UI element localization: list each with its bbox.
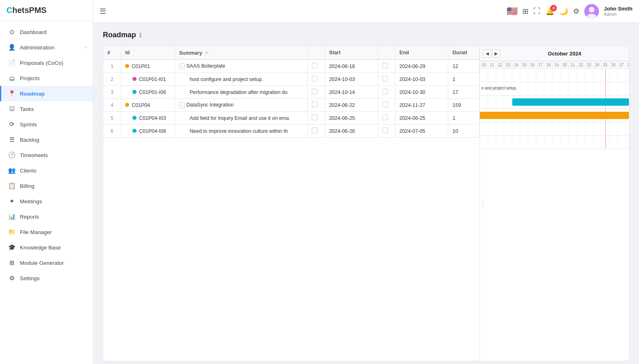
end-checkbox[interactable] xyxy=(382,128,388,133)
add-column-button[interactable]: + xyxy=(204,49,210,56)
end-checkbox[interactable] xyxy=(382,89,388,94)
end-checkbox[interactable] xyxy=(382,76,388,81)
sidebar-item-filemanager[interactable]: 📁 File Manager xyxy=(0,224,93,240)
end-checkbox[interactable] xyxy=(382,63,388,68)
row-end-check xyxy=(378,86,395,99)
table-row[interactable]: 1 C01P01 -SAAS Boilerplate 2024-06-18 20… xyxy=(103,60,479,73)
sidebar-item-timesheets[interactable]: 🕐 Timesheets xyxy=(0,147,93,163)
row-duration: 1 xyxy=(448,73,479,86)
start-checkbox[interactable] xyxy=(312,102,317,107)
sidebar-icon-billing: 📋 xyxy=(8,182,16,190)
end-checkbox[interactable] xyxy=(382,115,388,120)
user-info: John Smith Admin xyxy=(604,6,633,17)
gantt-day: 16 xyxy=(528,62,537,68)
fullscreen-icon[interactable]: ⛶ xyxy=(533,7,541,15)
row-id: C01P01-I06 xyxy=(121,86,175,99)
end-checkbox[interactable] xyxy=(382,102,388,107)
sidebar-item-dashboard[interactable]: ⊙ Dashboard xyxy=(0,24,93,40)
row-start-check xyxy=(308,112,325,125)
sidebar-icon-dashboard: ⊙ xyxy=(8,28,16,36)
table-row[interactable]: 4 C01P04 -DataSync Integration 2024-06-2… xyxy=(103,99,479,112)
sidebar-icon-tasks: ☑ xyxy=(8,105,16,113)
row-duration: 159 xyxy=(448,99,479,112)
sidebar-item-tasks[interactable]: ☑ Tasks xyxy=(0,101,93,117)
start-checkbox[interactable] xyxy=(312,76,317,81)
sidebar-item-backlog[interactable]: ☰ Backlog xyxy=(0,132,93,147)
col-end-add xyxy=(378,46,395,60)
sidebar-item-roadmap[interactable]: 📍 Roadmap xyxy=(0,86,93,101)
sidebar-item-projects[interactable]: 🗂 Projects xyxy=(0,70,93,86)
sidebar-item-billing[interactable]: 📋 Billing xyxy=(0,178,93,194)
sidebar-item-settings[interactable]: ⚙ Settings xyxy=(0,270,93,286)
sidebar-label-projects: Projects xyxy=(20,75,40,81)
sidebar-label-knowledgebase: Knowledge Base xyxy=(20,245,61,251)
col-start: Start xyxy=(325,46,378,60)
sidebar-item-modulegenerator[interactable]: ⊞ Module Generator xyxy=(0,255,93,270)
gantt-day: 14 xyxy=(512,62,520,68)
language-flag[interactable]: 🇺🇸 xyxy=(507,6,518,17)
start-checkbox[interactable] xyxy=(312,63,317,68)
status-dot xyxy=(125,64,129,68)
sidebar-item-sprints[interactable]: ⟳ Sprints xyxy=(0,117,93,132)
table-row[interactable]: 2 C01P01-I01 host configure and project … xyxy=(103,73,479,86)
sidebar-item-knowledgebase[interactable]: 🎓 Knowledge Base xyxy=(0,240,93,255)
dark-mode-icon[interactable]: 🌙 xyxy=(559,7,568,16)
table-row[interactable]: 6 C01P04-I08 Need to improve innovation … xyxy=(103,125,479,138)
row-id: C01P04-I08 xyxy=(121,125,175,138)
row-num: 3 xyxy=(103,86,121,99)
status-dot xyxy=(132,90,136,94)
page-info-icon[interactable]: ℹ xyxy=(139,32,141,38)
sidebar-icon-meetings: ✦ xyxy=(8,197,16,205)
gantt-month-label: October 2024 xyxy=(503,51,626,57)
gantt-day: 10 xyxy=(480,62,488,68)
sidebar-item-proposals[interactable]: 📄 Proposals (CoCo) xyxy=(0,55,93,70)
menu-toggle-icon[interactable]: ☰ xyxy=(100,7,106,16)
row-start: 2024-10-14 xyxy=(325,86,378,99)
gantt-day: 25 xyxy=(601,62,609,68)
col-duration: Durati xyxy=(448,46,479,60)
logo-text: ChetsPMS xyxy=(6,6,47,15)
table-row[interactable]: 5 C01P04-I03 Add field for Inquiry Email… xyxy=(103,112,479,125)
user-role: Admin xyxy=(604,12,633,17)
row-num: 2 xyxy=(103,73,121,86)
expand-icon[interactable]: - xyxy=(179,64,185,69)
sidebar: ChetsPMS ⊙ Dashboard 👤 Administration › … xyxy=(0,0,93,364)
status-dot xyxy=(132,116,136,120)
gantt-day: 24 xyxy=(593,62,601,68)
row-summary: -DataSync Integration xyxy=(175,99,308,112)
gantt-day: 19 xyxy=(553,62,561,68)
row-summary: Need to improve innovation culture withi… xyxy=(175,125,308,138)
row-summary: Add field for Inquiry Email and use it o… xyxy=(175,112,308,125)
sidebar-item-clients[interactable]: 👥 Clients xyxy=(0,163,93,178)
gantt-next-button[interactable]: ▶ xyxy=(492,49,500,57)
table-row[interactable]: 3 C01P01-I06 Performance degradation aft… xyxy=(103,86,479,99)
row-start-check xyxy=(308,125,325,138)
avatar[interactable] xyxy=(584,4,599,19)
sidebar-nav: ⊙ Dashboard 👤 Administration › 📄 Proposa… xyxy=(0,21,93,364)
start-checkbox[interactable] xyxy=(312,128,317,133)
start-checkbox[interactable] xyxy=(312,115,317,120)
apps-icon[interactable]: ⊞ xyxy=(522,7,528,16)
sidebar-icon-knowledgebase: 🎓 xyxy=(8,243,16,251)
sidebar-item-reports[interactable]: 📊 Reports xyxy=(0,209,93,224)
row-duration: 1 xyxy=(448,112,479,125)
sidebar-label-filemanager: File Manager xyxy=(20,229,52,235)
expand-icon[interactable]: - xyxy=(179,102,185,108)
notification-icon[interactable]: 🔔 0 xyxy=(545,7,554,16)
col-start-add xyxy=(308,46,325,60)
start-checkbox[interactable] xyxy=(312,89,317,94)
user-name: John Smith xyxy=(604,6,633,12)
gantt-prev-button[interactable]: ◀ xyxy=(483,49,491,57)
row-summary: host configure and project setup. xyxy=(175,73,308,86)
sidebar-item-administration[interactable]: 👤 Administration › xyxy=(0,40,93,55)
settings-icon[interactable]: ⚙ xyxy=(573,7,579,16)
panel-resize-handle[interactable]: ⋮ xyxy=(480,200,483,207)
gantt-day: 11 xyxy=(488,62,496,68)
sidebar-item-meetings[interactable]: ✦ Meetings xyxy=(0,194,93,209)
col-summary: Summary + xyxy=(175,46,308,60)
gantt-day: 17 xyxy=(537,62,545,68)
notification-badge: 0 xyxy=(550,5,557,11)
gantt-day: 15 xyxy=(520,62,528,68)
chevron-icon: › xyxy=(85,45,86,50)
status-dot xyxy=(132,129,136,133)
